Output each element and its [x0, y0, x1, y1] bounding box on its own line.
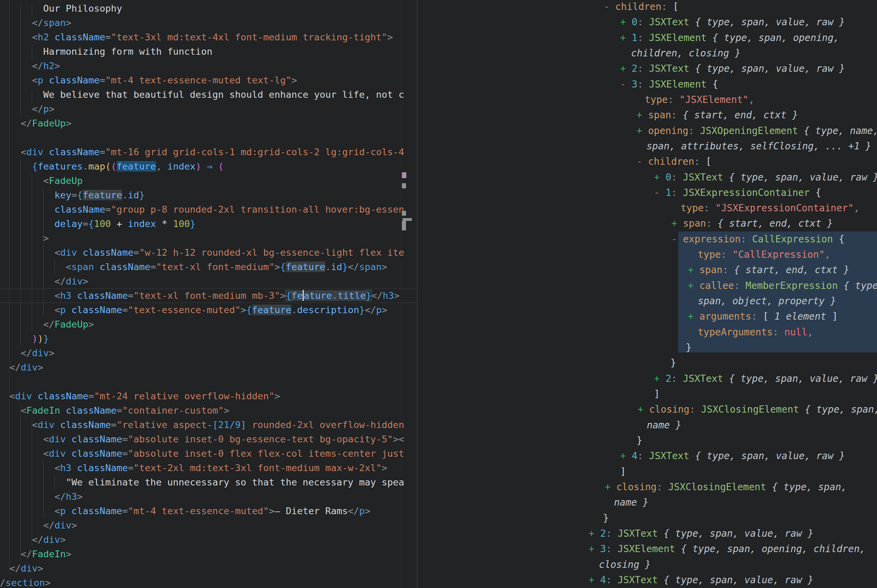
indent-guide [21, 159, 21, 346]
overview-ruler-marker[interactable] [402, 211, 406, 216]
code-line[interactable]: <div className="w-12 h-12 rounded-xl bg-… [54, 246, 404, 260]
indent-guide [21, 404, 21, 561]
indent-guide [43, 461, 44, 518]
code-line[interactable]: We believe that beautiful design should … [43, 87, 404, 102]
code-line[interactable]: </FadeUp> [43, 317, 94, 332]
indent-guide [32, 4, 32, 16]
code-line[interactable]: <h2 className="text-3xl md:text-4xl font… [32, 30, 393, 45]
ast-node-selection-highlight [678, 231, 877, 352]
code-line[interactable]: Our Philosophy [43, 2, 122, 16]
code-line[interactable]: </h2> [32, 59, 60, 73]
code-line[interactable]: </h3> [54, 489, 83, 504]
indent-guide [54, 260, 55, 274]
code-line[interactable]: <p className="text-essence-muted">{featu… [54, 303, 387, 317]
code-line[interactable]: <span className="text-xl font-medium">{f… [66, 260, 387, 274]
code-line[interactable]: </section> [0, 576, 51, 588]
code-line[interactable]: </div> [54, 274, 88, 288]
code-line[interactable]: > [43, 231, 49, 246]
overview-ruler-marker[interactable] [402, 172, 406, 178]
pane-divider[interactable] [417, 0, 417, 588]
code-ast-explorer: { "colors": { "bg": "#212325", "fg": "#d… [0, 0, 877, 588]
source-editor-pane[interactable]: Our Philosophy</span><h2 className="text… [0, 0, 417, 588]
indent-guide [32, 90, 32, 102]
code-line[interactable]: </span> [32, 16, 71, 30]
overview-ruler-marker[interactable] [402, 183, 406, 188]
code-line[interactable]: </p> [32, 102, 54, 116]
code-line[interactable]: <h3 className="text-xl font-medium mb-3"… [54, 288, 399, 303]
code-line[interactable]: </FadeUp> [21, 116, 71, 130]
code-line[interactable]: </FadeIn> [21, 547, 71, 561]
code-line[interactable]: <div className="mt-24 relative overflow-… [9, 389, 280, 404]
code-line[interactable]: ))} [32, 332, 49, 346]
code-line[interactable]: <p className="mt-4 text-essence-muted">—… [54, 504, 371, 518]
overview-ruler-marker[interactable] [402, 221, 406, 230]
overview-ruler-marker[interactable] [402, 218, 412, 221]
code-line[interactable]: className="group p-8 rounded-2xl transit… [54, 202, 404, 217]
indent-guide [32, 47, 32, 60]
code-line[interactable]: <p className="mt-4 text-essence-muted te… [32, 73, 297, 87]
code-line[interactable]: <div className="absolute inset-0 bg-esse… [43, 432, 404, 447]
indent-guide [32, 418, 32, 546]
code-line[interactable]: <div className="absolute inset-0 flex fl… [43, 447, 404, 461]
code-line[interactable]: </div> [21, 346, 54, 360]
code-line[interactable]: <FadeIn className="container-custom"> [21, 404, 229, 418]
code-line[interactable]: "We eliminate the unnecessary so that th… [66, 475, 404, 489]
code-line[interactable]: {features.map((feature, index) ⇒ ( [32, 159, 224, 174]
code-line[interactable]: </div> [9, 360, 43, 375]
code-line[interactable]: delay={100 + index * 100} [54, 217, 195, 231]
indent-guide [54, 475, 55, 489]
code-line[interactable]: <h3 className="text-2xl md:text-3xl font… [54, 461, 387, 475]
code-line[interactable]: Harmonizing form with function [43, 45, 212, 59]
code-line[interactable]: <div className="relative aspect-[21/9] r… [32, 418, 404, 432]
code-line[interactable]: </div> [32, 532, 66, 547]
code-line[interactable]: </div> [9, 561, 43, 576]
indent-guide [21, 2, 21, 116]
code-line[interactable]: <div className="mt-16 grid grid-cols-1 m… [21, 145, 404, 159]
code-line[interactable]: <FadeUp [43, 174, 83, 188]
indent-guide [9, 0, 10, 574]
code-line[interactable]: </div> [43, 518, 77, 532]
indent-guide [32, 174, 32, 332]
code-line[interactable]: key={feature.id} [54, 188, 145, 202]
